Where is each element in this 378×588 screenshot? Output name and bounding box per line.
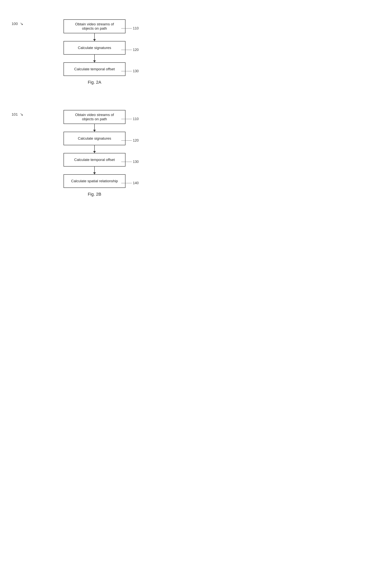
fig2a-line-130 [121, 71, 132, 71]
ref-arrow-2b: ↘ [20, 112, 23, 117]
fig2a-num-130: 130 [133, 69, 139, 73]
fig2b-step-110: Obtain video streams of objects on path … [64, 110, 125, 124]
fig2b-num-140: 140 [133, 181, 139, 185]
fig2b-text-120: Calculate signatures [78, 136, 111, 141]
fig2b-connector-140: 140 [121, 181, 139, 185]
figure-2a-section: 100 ↘ Obtain video streams of objects on… [0, 12, 189, 91]
fig2b-ref: 101 ↘ [12, 112, 23, 117]
fig2b-box-140: Calculate spatial relationship 140 [64, 174, 125, 188]
fig2a-box-110: Obtain video streams of objects on path … [64, 19, 125, 33]
fig2b-step-130: Calculate temporal offset 130 [64, 153, 125, 166]
fig2a-ref-label: 100 [12, 22, 18, 26]
fig2a-arrow-2 [94, 55, 95, 62]
fig2b-line-140 [121, 183, 132, 183]
fig2b-box-110: Obtain video streams of objects on path … [64, 110, 125, 124]
fig2b-step-140: Calculate spatial relationship 140 [64, 174, 125, 188]
fig2b-line-110 [121, 119, 132, 119]
fig2a-label: Fig. 2A [88, 80, 101, 85]
fig2b-arrow-1 [94, 124, 95, 132]
fig2a-num-110: 110 [133, 26, 139, 30]
fig2a-num-120: 120 [133, 48, 139, 52]
fig2a-text-120: Calculate signatures [78, 46, 111, 50]
fig2b-num-130: 130 [133, 160, 139, 164]
fig2b-line-130 [121, 162, 132, 162]
fig2b-line-120 [121, 140, 132, 141]
fig2b-connector-110: 110 [121, 117, 139, 121]
fig2b-box-120: Calculate signatures 120 [64, 132, 125, 145]
fig2b-step-120: Calculate signatures 120 [64, 132, 125, 145]
fig2a-line-120 [121, 50, 132, 50]
fig2a-arrow-1 [94, 33, 95, 41]
diagram-container: 100 ↘ Obtain video streams of objects on… [0, 0, 189, 210]
fig2a-connector-110: 110 [121, 26, 139, 30]
fig2a-step-130: Calculate temporal offset 130 [64, 62, 125, 76]
fig2a-step-120: Calculate signatures 120 [64, 41, 125, 55]
figure-2b-section: 101 ↘ Obtain video streams of objects on… [0, 102, 189, 203]
fig2a-flowchart: Obtain video streams of objects on path … [64, 19, 125, 76]
fig2a-text-110: Obtain video streams of objects on path [75, 22, 114, 31]
fig2a-connector-120: 120 [121, 48, 139, 52]
fig2b-connector-120: 120 [121, 138, 139, 143]
fig2b-arrow-2 [94, 145, 95, 153]
fig2a-box-120: Calculate signatures 120 [64, 41, 125, 55]
fig2a-connector-130: 130 [121, 69, 139, 73]
fig2b-text-130: Calculate temporal offset [74, 158, 115, 162]
fig2b-arrow-3 [94, 166, 95, 174]
fig2b-connector-130: 130 [121, 160, 139, 164]
fig2a-box-130: Calculate temporal offset 130 [64, 62, 125, 76]
fig2b-label: Fig. 2B [88, 192, 101, 197]
fig2b-text-110: Obtain video streams of objects on path [75, 113, 114, 121]
fig2b-text-140: Calculate spatial relationship [71, 179, 118, 183]
fig2b-flowchart: Obtain video streams of objects on path … [64, 110, 125, 188]
fig2b-num-110: 110 [133, 117, 139, 121]
ref-arrow-2a: ↘ [20, 21, 23, 26]
fig2a-line-110 [121, 28, 132, 29]
fig2b-num-120: 120 [133, 138, 139, 143]
fig2b-box-130: Calculate temporal offset 130 [64, 153, 125, 166]
fig2a-text-130: Calculate temporal offset [74, 67, 115, 71]
fig2a-step-110: Obtain video streams of objects on path … [64, 19, 125, 33]
fig2a-ref: 100 ↘ [12, 21, 23, 26]
fig2b-ref-label: 101 [12, 112, 18, 116]
